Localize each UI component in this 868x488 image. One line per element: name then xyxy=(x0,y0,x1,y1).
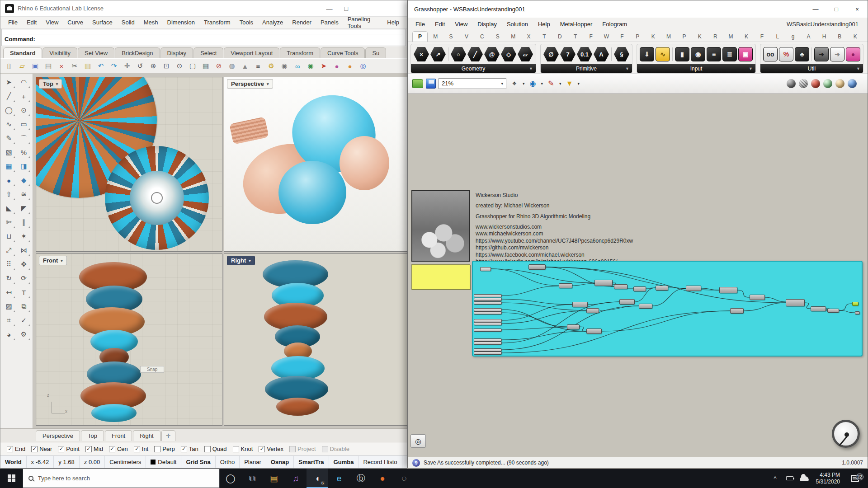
sphere-icon[interactable]: ● xyxy=(2,174,16,187)
zoom-extents-icon[interactable]: ⊕ xyxy=(147,60,159,72)
rhino-tab-standard[interactable]: Standard xyxy=(3,47,42,58)
point-icon[interactable]: + xyxy=(17,89,31,103)
checkbox-end[interactable]: ✓ xyxy=(7,446,13,452)
gh-slider-node[interactable] xyxy=(474,294,502,297)
object-snap-icon[interactable]: ◉ xyxy=(278,60,290,72)
new-file-icon[interactable]: ▯ xyxy=(3,60,15,72)
trim-icon[interactable]: ✄ xyxy=(2,216,16,229)
gh-minimize-button[interactable]: — xyxy=(805,0,826,18)
gh-group-label-primitive[interactable]: Primitive▼ xyxy=(541,64,632,73)
point-param-icon[interactable]: × xyxy=(414,47,429,61)
named-view-icon[interactable]: ▢ xyxy=(187,60,198,72)
galapagos-icon[interactable]: ● xyxy=(846,47,860,61)
rhino-menu-paneling-tools[interactable]: Paneling Tools xyxy=(344,14,382,31)
gh-slider-node[interactable] xyxy=(474,342,502,345)
gh-node[interactable] xyxy=(786,299,805,306)
circle-param-icon[interactable]: ○ xyxy=(451,47,466,61)
rhino-menu-dimension[interactable]: Dimension xyxy=(163,18,199,27)
rhino-menu-analyze[interactable]: Analyze xyxy=(258,18,287,27)
onedrive-cloud-icon[interactable] xyxy=(798,476,811,481)
obs-icon[interactable]: ◌ xyxy=(393,469,415,488)
rhino-app-icon[interactable]: ◖6 xyxy=(307,469,328,488)
status-smarttra[interactable]: SmartTra xyxy=(294,456,329,468)
zoom-window-icon[interactable]: ⊡ xyxy=(160,60,172,72)
gh-slider-node[interactable] xyxy=(474,338,502,342)
rhino-command-area[interactable]: Command: xyxy=(1,29,406,46)
viewport-right[interactable]: Right▾ xyxy=(224,253,408,426)
red-arrow-icon[interactable]: ➤ xyxy=(318,60,330,72)
checkbox-cen[interactable]: ✓ xyxy=(109,446,115,452)
open-document-icon[interactable] xyxy=(412,79,423,88)
fillet-icon[interactable]: ◣ xyxy=(2,202,16,215)
gh-category-tab-18[interactable]: K xyxy=(692,32,708,42)
canvas-photo-thumbnail[interactable] xyxy=(411,190,470,262)
gh-slider-node[interactable] xyxy=(480,267,491,271)
viewport-top-label[interactable]: Top▾ xyxy=(39,79,62,89)
status-default[interactable]: Default xyxy=(146,456,181,468)
gh-category-tab-6[interactable]: M xyxy=(505,32,521,42)
spectacles-icon[interactable]: oo xyxy=(763,47,778,61)
gh-canvas[interactable]: Wickerson Studiocreated by: Michael Wick… xyxy=(408,94,868,457)
gh-category-tab-19[interactable]: R xyxy=(708,32,723,42)
rhino-tab-curve-tools[interactable]: Curve Tools xyxy=(321,47,365,58)
lasso-icon[interactable]: ◠ xyxy=(17,75,31,89)
gh-category-tab-2[interactable]: S xyxy=(443,32,458,42)
rhino-menu-panels[interactable]: Panels xyxy=(316,18,343,27)
status-z-0-00[interactable]: z 0.00 xyxy=(80,456,105,468)
status-osnap[interactable]: Osnap xyxy=(266,456,294,468)
status-planar[interactable]: Planar xyxy=(240,456,266,468)
viewport-right-label[interactable]: Right▾ xyxy=(227,256,255,265)
viewport-tab-perspective[interactable]: Perspective xyxy=(36,430,80,441)
gh-category-tab-12[interactable]: W xyxy=(599,32,614,42)
revolve-icon[interactable]: % xyxy=(17,145,31,159)
gh-maximize-button[interactable]: □ xyxy=(826,0,847,18)
cherries-icon[interactable]: % xyxy=(779,47,793,61)
loft-icon[interactable]: ≋ xyxy=(17,188,31,201)
gh-node[interactable] xyxy=(656,286,668,291)
gh-node[interactable] xyxy=(559,283,572,288)
canvas-yellow-panel[interactable] xyxy=(411,264,470,290)
array-icon[interactable]: ⠿ xyxy=(2,258,16,271)
gh-category-tab-22[interactable]: F xyxy=(754,32,769,42)
wire-preview-ball-icon[interactable] xyxy=(799,79,808,88)
zoom-focus-icon[interactable]: ⌖ xyxy=(509,78,520,89)
gh-menu-help[interactable]: Help xyxy=(533,19,555,29)
gh-node[interactable] xyxy=(614,284,627,289)
battery-icon[interactable] xyxy=(783,476,796,480)
taskbar-clock[interactable]: 4:43 PM 5/31/2020 xyxy=(812,472,844,485)
cylinder-icon[interactable]: ◨ xyxy=(17,160,31,173)
gh-category-tab-7[interactable]: X xyxy=(521,32,536,42)
gh-menu-display[interactable]: Display xyxy=(472,19,502,29)
rhino-menu-transform[interactable]: Transform xyxy=(200,18,235,27)
redo-icon[interactable]: ↷ xyxy=(108,60,120,72)
rhino-maximize-button[interactable]: □ xyxy=(344,5,348,12)
gh-close-button[interactable]: × xyxy=(847,0,868,18)
gh-menu-view[interactable]: View xyxy=(450,19,472,29)
paste-icon[interactable]: ▥ xyxy=(82,60,94,72)
save-document-icon[interactable] xyxy=(426,79,436,89)
surface-icon[interactable]: ▧ xyxy=(2,145,16,159)
panel-icon[interactable]: ▣ xyxy=(738,47,753,61)
join-icon[interactable]: ⊔ xyxy=(2,230,16,243)
vector-param-icon[interactable]: ↗ xyxy=(430,47,446,61)
gh-category-tab-17[interactable]: P xyxy=(676,32,692,42)
number-slider-icon[interactable]: ≡ xyxy=(707,47,721,61)
gh-group-label-geometry[interactable]: Geometry▼ xyxy=(411,64,536,73)
hatch-icon[interactable]: ▨ xyxy=(2,300,16,313)
file-explorer-icon[interactable]: ▤ xyxy=(263,469,285,488)
curve-icon[interactable]: ∿ xyxy=(2,117,16,131)
gh-category-tab-8[interactable]: T xyxy=(537,32,552,42)
rhino-tab-transform[interactable]: Transform xyxy=(280,47,320,58)
gh-category-tab-24[interactable]: g xyxy=(785,32,801,42)
plane-param-icon[interactable]: ▱ xyxy=(518,47,533,61)
osnap-end[interactable]: ✓End xyxy=(7,446,25,452)
rhino-menu-curve[interactable]: Curve xyxy=(63,18,87,27)
earth-icon[interactable]: ◉ xyxy=(305,60,316,72)
twisted-box-icon[interactable]: ◇ xyxy=(501,47,516,61)
gh-slider-node[interactable] xyxy=(474,298,502,301)
notification-center-button[interactable]: 22 xyxy=(845,475,864,482)
new-viewport-tab-button[interactable]: ✛ xyxy=(161,430,175,441)
button-icon[interactable]: ◉ xyxy=(691,47,705,61)
gh-category-tab-1[interactable]: M xyxy=(428,32,443,42)
gh-category-tab-26[interactable]: H xyxy=(816,32,832,42)
